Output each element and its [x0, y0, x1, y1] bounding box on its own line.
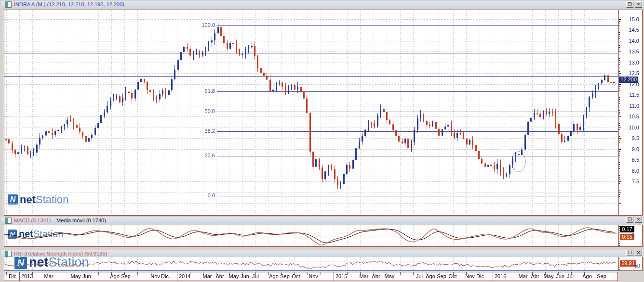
- main-panel-title: INDRA A (M ) (12.210, 12.210, 12.190, 12…: [14, 1, 124, 8]
- rsi-close-button[interactable]: ✕: [635, 250, 642, 256]
- macd-window-icon: [5, 218, 12, 224]
- rsi-window-icon: [5, 251, 12, 257]
- rsi-restore-button[interactable]: ❐: [626, 250, 633, 256]
- restore-button[interactable]: ❐: [626, 1, 633, 8]
- macd-restore-button[interactable]: ❐: [626, 217, 633, 223]
- rsi-value-tag: 59.91: [620, 260, 636, 267]
- macd-title: MACD (0.1341): [14, 217, 51, 224]
- rsi-title: RSI (Relative Strength Index) (59.9135): [14, 250, 107, 257]
- rsi-window-buttons: ❐ ✕: [626, 250, 642, 256]
- close-button[interactable]: ✕: [635, 1, 642, 8]
- macd-close-button[interactable]: ✕: [635, 217, 642, 223]
- macd-zero-label: 0: [627, 232, 639, 238]
- netstation-app: INDRA A (M ) (12.210, 12.210, 12.190, 12…: [0, 0, 644, 282]
- macd-ma-title: Media móvil (0.1740): [56, 217, 106, 224]
- main-panel-header[interactable]: INDRA A (M ) (12.210, 12.210, 12.190, 12…: [1, 1, 643, 8]
- rsi-level-label: 50: [634, 263, 644, 269]
- rsi-panel-header[interactable]: RSI (Relative Strength Index) (59.9135): [1, 250, 643, 257]
- macd-signal-value-tag: 0.17: [620, 226, 634, 232]
- last-price-tag: 12.200: [619, 77, 638, 83]
- macd-panel-header[interactable]: MACD (0.1341) - Media móvil (0.1740): [1, 217, 643, 224]
- chart-series-canvas[interactable]: [0, 0, 644, 282]
- chart-window-icon: [5, 1, 12, 8]
- macd-title-separator: -: [53, 217, 54, 224]
- main-window-buttons: ❐ ✕: [626, 1, 642, 8]
- macd-window-buttons: ❐ ✕: [626, 217, 642, 223]
